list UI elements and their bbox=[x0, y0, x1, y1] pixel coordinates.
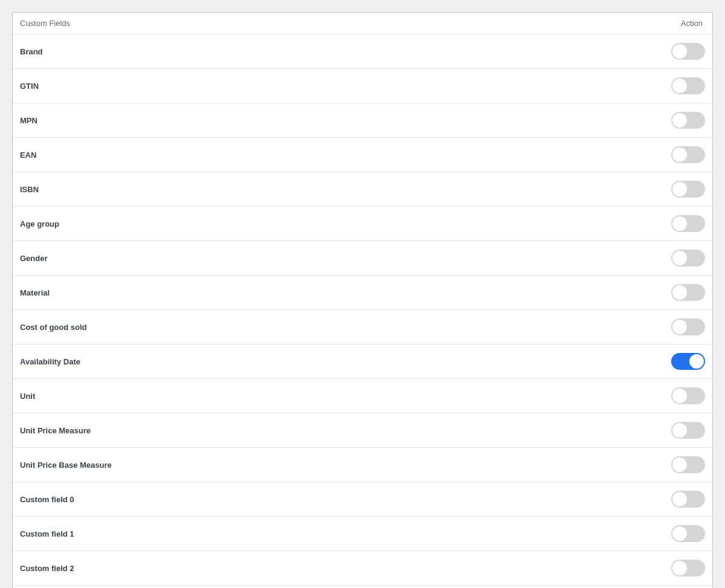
toggle-switch[interactable] bbox=[671, 491, 705, 508]
toggle-knob bbox=[672, 457, 687, 472]
row-action bbox=[671, 387, 705, 404]
row-action bbox=[671, 560, 705, 577]
row-label: ISBN bbox=[20, 185, 671, 194]
table-row: Custom field 0 bbox=[13, 482, 712, 517]
table-row: Age group bbox=[13, 207, 712, 241]
table-row: Custom field 3 bbox=[13, 586, 712, 588]
row-label: Availability Date bbox=[20, 357, 671, 366]
toggle-switch[interactable] bbox=[671, 112, 705, 129]
row-label: Cost of good sold bbox=[20, 323, 671, 332]
row-action bbox=[671, 525, 705, 542]
row-action bbox=[671, 112, 705, 129]
toggle-knob bbox=[672, 492, 687, 506]
toggle-knob bbox=[672, 526, 687, 541]
table-header: Custom Fields Action bbox=[13, 13, 712, 34]
table-row: Cost of good sold bbox=[13, 310, 712, 344]
row-label: Custom field 2 bbox=[20, 564, 671, 573]
table-row: Availability Date bbox=[13, 344, 712, 379]
table-row: Gender bbox=[13, 241, 712, 276]
header-action: Action bbox=[681, 19, 705, 28]
table-row: Brand bbox=[13, 34, 712, 69]
toggle-switch[interactable] bbox=[671, 560, 705, 577]
toggle-switch[interactable] bbox=[671, 43, 705, 60]
toggle-knob bbox=[672, 251, 687, 265]
table-row: Custom field 1 bbox=[13, 517, 712, 551]
toggle-knob bbox=[672, 389, 687, 403]
table-row: Unit Price Base Measure bbox=[13, 448, 712, 482]
row-action bbox=[671, 181, 705, 198]
row-label: MPN bbox=[20, 116, 671, 125]
row-action bbox=[671, 353, 705, 370]
header-label: Custom Fields bbox=[20, 19, 681, 28]
toggle-switch[interactable] bbox=[671, 181, 705, 198]
row-label: Custom field 0 bbox=[20, 495, 671, 504]
table-row: MPN bbox=[13, 103, 712, 138]
toggle-switch[interactable] bbox=[671, 215, 705, 232]
row-label: GTIN bbox=[20, 82, 671, 91]
toggle-switch[interactable] bbox=[671, 387, 705, 404]
row-action bbox=[671, 250, 705, 267]
row-action bbox=[671, 215, 705, 232]
row-action bbox=[671, 43, 705, 60]
table-row: EAN bbox=[13, 138, 712, 172]
toggle-knob bbox=[672, 216, 687, 231]
toggle-switch[interactable] bbox=[671, 525, 705, 542]
row-label: Age group bbox=[20, 219, 671, 228]
row-action bbox=[671, 146, 705, 163]
toggle-knob bbox=[672, 147, 687, 162]
row-label: Custom field 1 bbox=[20, 529, 671, 538]
row-label: Material bbox=[20, 288, 671, 297]
custom-fields-panel: Custom Fields Action BrandGTINMPNEANISBN… bbox=[12, 12, 713, 588]
table-row: Material bbox=[13, 276, 712, 310]
toggle-switch[interactable] bbox=[671, 77, 705, 94]
row-label: Unit Price Measure bbox=[20, 426, 671, 435]
toggle-switch[interactable] bbox=[671, 146, 705, 163]
table-row: ISBN bbox=[13, 172, 712, 207]
toggle-knob bbox=[672, 423, 687, 438]
table-row: Custom field 2 bbox=[13, 551, 712, 586]
toggle-switch[interactable] bbox=[671, 456, 705, 473]
toggle-switch[interactable] bbox=[671, 318, 705, 335]
toggle-switch[interactable] bbox=[671, 353, 705, 370]
row-label: EAN bbox=[20, 150, 671, 160]
table-row: Unit Price Measure bbox=[13, 413, 712, 448]
row-action bbox=[671, 284, 705, 301]
toggle-switch[interactable] bbox=[671, 250, 705, 267]
row-action bbox=[671, 318, 705, 335]
toggle-knob bbox=[672, 285, 687, 300]
row-action bbox=[671, 422, 705, 439]
row-action bbox=[671, 491, 705, 508]
row-label: Brand bbox=[20, 47, 671, 56]
toggle-knob bbox=[672, 182, 687, 196]
toggle-knob bbox=[672, 113, 687, 128]
toggle-knob bbox=[689, 354, 704, 369]
toggle-knob bbox=[672, 44, 687, 59]
row-label: Unit bbox=[20, 392, 671, 401]
toggle-knob bbox=[672, 79, 687, 93]
row-label: Gender bbox=[20, 254, 671, 263]
table-row: Unit bbox=[13, 379, 712, 413]
row-action bbox=[671, 77, 705, 94]
toggle-switch[interactable] bbox=[671, 422, 705, 439]
toggle-switch[interactable] bbox=[671, 284, 705, 301]
row-action bbox=[671, 456, 705, 473]
toggle-knob bbox=[672, 320, 687, 334]
toggle-knob bbox=[672, 561, 687, 575]
row-label: Unit Price Base Measure bbox=[20, 460, 671, 470]
table-row: GTIN bbox=[13, 69, 712, 103]
